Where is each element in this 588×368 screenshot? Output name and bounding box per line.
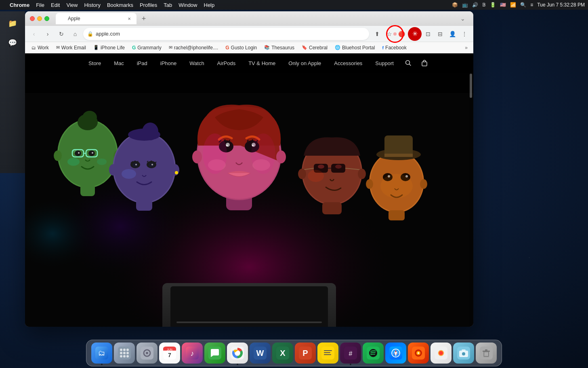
bookmark-cerebral[interactable]: 🔖 Cerebral <box>298 44 331 52</box>
menubar-flag-icon: 🇺🇸 <box>500 2 506 8</box>
bookmark-rachel-label: rachel@iphonelife.... <box>174 45 218 51</box>
bookmark-work-email-label: Work Email <box>61 45 86 51</box>
bookmark-facebook[interactable]: f Facebook <box>379 44 410 52</box>
sidebar-icon-2[interactable]: 💬 <box>4 35 21 51</box>
bookmark-gusto[interactable]: G Gusto Login <box>222 44 260 52</box>
dock-launchpad[interactable] <box>114 343 135 364</box>
svg-rect-83 <box>25 73 473 93</box>
scrollbar-thumb[interactable] <box>470 74 472 98</box>
dock-messages[interactable] <box>204 343 225 364</box>
apple-nav-airpods[interactable]: AirPods <box>211 53 242 73</box>
apple-nav-watch[interactable]: Watch <box>183 53 210 73</box>
reload-button[interactable]: ↻ <box>56 28 67 40</box>
apple-nav-ipad[interactable]: iPad <box>130 53 154 73</box>
apple-logo-nav[interactable] <box>66 53 82 73</box>
dock-firefox[interactable] <box>408 343 429 364</box>
bookmark-work[interactable]: 🗂 Work <box>28 44 52 52</box>
bookmark-iphone-life[interactable]: 📱 iPhone Life <box>90 44 128 52</box>
bookmark-bluehost[interactable]: 🌐 Bluehost Portal <box>332 44 378 52</box>
bookmark-grammarly[interactable]: G Grammarly <box>129 44 165 52</box>
scrollbar[interactable] <box>469 73 472 327</box>
close-button[interactable] <box>30 16 35 21</box>
menubar-help[interactable]: Help <box>204 2 215 8</box>
browser-tab-apple[interactable]: Apple ✕ <box>56 13 136 24</box>
svg-rect-66 <box>322 202 342 214</box>
bookmark-rachel[interactable]: ✉ rachel@iphonelife.... <box>166 44 222 52</box>
apple-nav-mac[interactable]: Mac <box>107 53 130 73</box>
menubar-edit[interactable]: Edit <box>51 2 60 8</box>
menubar-view[interactable]: View <box>66 2 78 8</box>
bookmarks-more-button[interactable]: » <box>462 44 470 52</box>
dock-slack[interactable]: # <box>340 343 361 364</box>
address-bar[interactable]: 🔒 apple.com <box>83 28 369 40</box>
svg-rect-71 <box>384 154 413 157</box>
sidebar-icon-1[interactable]: 📁 <box>4 15 21 32</box>
dock-word[interactable]: W <box>250 343 271 364</box>
apple-nav-iphone[interactable]: iPhone <box>154 53 183 73</box>
svg-point-34 <box>109 164 117 176</box>
bookmark-work-label: Work <box>38 45 49 51</box>
home-button[interactable]: ⌂ <box>69 28 81 40</box>
dock-photos[interactable] <box>430 343 452 364</box>
dock-powerpoint[interactable]: P <box>295 343 316 364</box>
svg-point-48 <box>192 150 202 163</box>
dock-music[interactable]: ♪ <box>182 343 203 364</box>
menubar-spotlight-icon[interactable]: 🔍 <box>520 2 526 8</box>
menubar-window[interactable]: Window <box>178 2 197 8</box>
dock-system-preferences[interactable] <box>136 343 158 364</box>
dock-calendar[interactable]: 7JUN <box>159 343 180 364</box>
dock-trash[interactable] <box>476 343 497 364</box>
bookmark-work-email[interactable]: ✉ Work Email <box>53 44 89 52</box>
forward-button[interactable]: › <box>42 28 53 40</box>
memoji-hero-svg <box>25 73 473 327</box>
dock-notes[interactable] <box>317 343 338 364</box>
apple-nav-accessories[interactable]: Accessories <box>328 53 369 73</box>
menubar-profiles[interactable]: Profiles <box>140 2 157 8</box>
opera-extension-button[interactable]: 🔴 <box>396 28 407 40</box>
profile-button[interactable]: 👤 <box>447 28 458 40</box>
svg-point-49 <box>276 150 286 163</box>
svg-point-64 <box>358 169 366 179</box>
back-button[interactable]: ‹ <box>28 28 40 40</box>
apple-nav-support[interactable]: Support <box>369 53 400 73</box>
maximize-button[interactable] <box>44 16 49 21</box>
bookmark-thesaurus[interactable]: 📚 Thesaurus <box>261 44 298 52</box>
menubar-bookmarks[interactable]: Bookmarks <box>107 2 133 8</box>
apple-nav-search-button[interactable] <box>400 53 416 73</box>
screenshot-button[interactable]: ✳ <box>408 27 422 41</box>
dock-spotify[interactable] <box>363 343 384 364</box>
share-button[interactable]: ⬆ <box>372 28 383 40</box>
bookmark-grammarly-label: Grammarly <box>137 45 161 51</box>
more-options-button[interactable]: ⋮ <box>459 28 470 40</box>
dock-image-capture[interactable] <box>453 343 474 364</box>
menubar-history[interactable]: History <box>84 2 100 8</box>
dock-chrome-dot <box>237 364 238 365</box>
new-tab-button[interactable]: + <box>138 13 149 24</box>
tab-manager-button[interactable]: ⊡ <box>422 28 434 40</box>
dock-safari[interactable] <box>385 343 406 364</box>
menubar-app-name[interactable]: Chrome <box>10 2 29 8</box>
apple-nav-bag-button[interactable] <box>416 53 433 73</box>
apple-nav-only-on-apple[interactable]: Only on Apple <box>282 53 328 73</box>
tab-close-button[interactable]: ✕ <box>126 15 132 22</box>
menubar-control-center-icon[interactable]: ≡ <box>530 2 533 8</box>
bookmark-bluehost-label: Bluehost Portal <box>342 45 375 51</box>
bookmark-star-button[interactable]: ☆ <box>384 28 395 40</box>
tab-dropdown-button[interactable]: ⌄ <box>460 15 465 22</box>
menubar-file[interactable]: File <box>36 2 44 8</box>
dock-chrome[interactable] <box>227 343 248 364</box>
dock-excel[interactable]: X <box>272 343 293 364</box>
minimize-button[interactable] <box>37 16 42 21</box>
menubar-tab[interactable]: Tab <box>164 2 172 8</box>
tab-bar: Apple ✕ + ⌄ <box>52 13 468 24</box>
split-view-button[interactable]: ⊟ <box>435 28 446 40</box>
website-content: Store Mac iPad iPhone Watch AirPods TV &… <box>25 53 473 327</box>
bookmark-gusto-icon: G <box>225 45 229 51</box>
apple-nav-store[interactable]: Store <box>82 53 107 73</box>
svg-point-27 <box>142 123 158 140</box>
svg-point-17 <box>78 152 80 154</box>
svg-point-32 <box>135 164 137 165</box>
bookmark-rachel-icon: ✉ <box>169 45 172 50</box>
dock-finder[interactable]: 🗂 <box>91 343 112 364</box>
apple-nav-tv-home[interactable]: TV & Home <box>242 53 282 73</box>
